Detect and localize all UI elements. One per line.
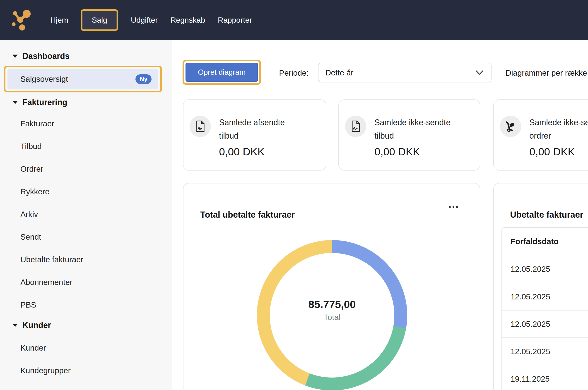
section-header-label: Dashboards [22,51,70,61]
stat-value: 0,00 DKK [374,146,454,158]
unpaid-invoices-table-card: Ubetalte fakturaer Forfaldsdato 12.05.20… [493,183,588,390]
sidebar-item-salgsoversigt[interactable]: Salgsoversigt Ny [7,69,158,89]
main-nav: Hjem Salg Udgifter Regnskab Rapporter [50,9,252,31]
sidebar-item-arkiv[interactable]: Arkiv [0,203,171,226]
table-row[interactable]: 19.11.2025 [502,365,588,390]
salg-highlight-box: Salg [81,9,118,31]
caret-down-icon [12,101,18,104]
fakturering-list: Fakturaer Tilbud Ordrer Rykkere Arkiv Se… [0,112,171,316]
caret-down-icon [12,324,18,327]
chart-card-title: Total ubetalte fakturaer [200,210,295,220]
sidebar-item-sendt[interactable]: Sendt [0,226,171,248]
stat-text: Samlede ikke-sendte tilbud 0,00 DKK [374,116,454,170]
stat-value: 0,00 DKK [219,146,298,158]
sidebar-item-rykkere[interactable]: Rykkere [0,180,171,203]
sidebar-item-tilbud[interactable]: Tilbud [0,135,171,158]
donut-total-value: 85.775,00 [257,298,407,310]
brand-logo-icon[interactable] [11,9,34,31]
period-select-value: Dette år [325,68,353,77]
salgsoversigt-highlight-box: Salgsoversigt Ny [4,66,162,93]
charts-per-row-label: Diagrammer per række [506,68,587,77]
stat-card-unsent-quotes: Samlede ikke-sendte tilbud 0,00 DKK [338,99,480,171]
top-nav: Hjem Salg Udgifter Regnskab Rapporter [0,0,588,40]
sidebar-section-kunder[interactable]: Kunder [0,318,171,332]
stat-label: Samlede afsendte tilbud [219,116,298,143]
sidebar-item-ordrer[interactable]: Ordrer [0,158,171,180]
stat-card-sent-quotes: Samlede afsendte tilbud 0,00 DKK [183,99,326,171]
table-row[interactable]: 12.05.2025 [502,310,588,338]
section-header-label: Kunder [22,320,51,330]
sidebar-section-fakturering[interactable]: Fakturering [0,96,171,109]
icon-circle [345,116,366,137]
nav-item-rapporter[interactable]: Rapporter [218,16,252,24]
nav-item-hjem[interactable]: Hjem [50,16,68,24]
sidebar-item-fakturaer[interactable]: Fakturaer [0,112,171,135]
caret-down-icon [12,54,18,58]
sidebar-item-kundegrupper[interactable]: Kundegrupper [0,359,171,382]
kunder-list: Kunder Kundegrupper Kontaktpersoner [0,337,171,390]
nav-item-salg[interactable]: Salg [82,11,117,29]
stat-value: 0,00 DKK [529,146,588,158]
stat-text: Samlede afsendte tilbud 0,00 DKK [219,116,298,170]
hand-truck-icon [504,120,517,133]
unpaid-invoices-chart-card: Total ubetalte fakturaer 85.775,00 Total [183,183,480,390]
icon-circle [500,116,521,137]
stat-label: Samlede ikke-sendte tilbud [374,116,454,143]
sidebar: Dashboards Salgsoversigt Ny Fakturering … [0,40,171,390]
sidebar-item-ubetalte-fakturaer[interactable]: Ubetalte fakturaer [0,248,171,271]
period-select[interactable]: Dette år [318,63,491,82]
sidebar-item-pbs[interactable]: PBS [0,293,171,316]
table-row[interactable]: 12.05.2025 [502,283,588,310]
create-chart-button[interactable]: Opret diagram [186,63,258,82]
period-label: Periode: [279,68,308,77]
file-signature-icon [194,120,206,133]
sidebar-item-kunder[interactable]: Kunder [0,337,171,359]
table-row[interactable]: 12.05.2025 [502,255,588,283]
sidebar-item-label: Salgsoversigt [20,75,68,84]
unpaid-invoices-table: Forfaldsdato 12.05.2025 12.05.2025 12.05… [501,227,588,390]
ellipsis-menu-icon[interactable] [449,206,458,208]
table-card-title: Ubetalte fakturaer [510,210,583,220]
stat-card-unsent-orders: Samlede ikke-sendte ordrer 0,00 DKK [493,99,588,171]
main-content: Opret diagram Periode: Dette år Diagramm… [171,40,588,390]
sidebar-item-kontaktpersoner[interactable]: Kontaktpersoner [0,382,171,390]
table-row[interactable]: 12.05.2025 [502,338,588,365]
file-signature-icon [349,120,362,133]
sidebar-item-abonnementer[interactable]: Abonnementer [0,271,171,293]
new-badge: Ny [136,74,151,84]
column-header-forfaldsdato: Forfaldsdato [502,228,588,255]
create-chart-highlight-box: Opret diagram [183,60,261,85]
section-header-label: Fakturering [22,98,67,107]
stat-label: Samlede ikke-sendte ordrer [529,116,588,143]
sidebar-section-dashboards[interactable]: Dashboards [0,49,171,63]
nav-item-regnskab[interactable]: Regnskab [170,16,205,24]
chevron-down-icon [476,70,483,75]
stat-text: Samlede ikke-sendte ordrer 0,00 DKK [529,116,588,170]
nav-item-udgifter[interactable]: Udgifter [131,16,158,24]
donut-total-label: Total [257,313,407,322]
icon-circle [190,116,211,137]
